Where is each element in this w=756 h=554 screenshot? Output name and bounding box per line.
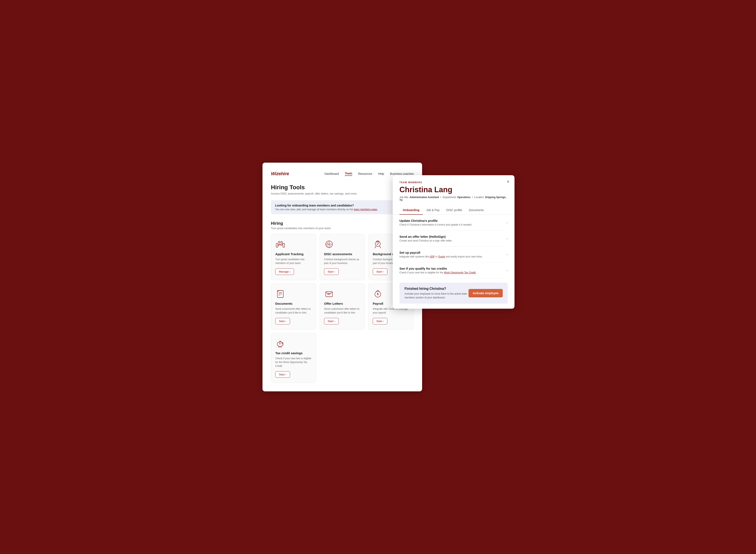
nav-dashboard[interactable]: Dashboard [324,172,339,175]
section-title: Hiring [271,221,414,226]
activate-employee-button[interactable]: Activate employee [468,289,503,297]
modal-body: Update Christina's profile Check if Chri… [393,215,514,309]
finished-box-desc: Activate your employee to move them to t… [404,292,468,299]
card-offer-letters-title: Offer Letters [324,302,361,305]
tab-job-pay[interactable]: Job & Pay [423,206,443,215]
card-documents-btn[interactable]: Start › [275,318,290,324]
page-subtitle: Access DISC assessments, payroll, offer … [271,192,414,195]
modal-header: × TEAM MEMBERS Christina Lang Job title:… [393,175,514,202]
card-tax-btn[interactable]: Start › [275,371,290,378]
btn-arrow-icon: › [334,320,335,323]
nav-resources[interactable]: Resources [358,172,372,175]
card-payroll-btn[interactable]: Start › [373,318,388,324]
item-chevron-icon: › [507,236,508,241]
onboarding-item-profile[interactable]: Update Christina's profile Check if Chri… [399,215,508,231]
svg-line-25 [281,346,282,347]
logo: Wizehire [271,171,289,176]
svg-text:$: $ [377,292,379,296]
tab-onboarding[interactable]: Onboarding [399,206,423,215]
svg-point-2 [278,241,280,243]
svg-text:C: C [330,245,331,246]
finished-hiring-box: Finished hiring Christina? Activate your… [399,283,508,303]
card-disc: D I S C DISC assessments Conduct backgro… [320,234,365,280]
card-tax-credit: $ Tax credit savings Check if your new h… [271,333,316,383]
cards-row-2: Documents Send customized offer letters … [271,283,414,330]
card-applicant-tracking-btn[interactable]: Manage › [275,268,294,275]
card-disc-desc: Conduct background checks as part of you… [324,258,361,265]
modal-employee-name: Christina Lang [399,185,508,194]
card-documents: Documents Send customized offer letters … [271,283,316,330]
btn-arrow-icon: › [290,270,291,273]
svg-rect-13 [278,290,283,297]
svg-text:$: $ [279,342,281,345]
card-offer-letters: Offer Letters Send customized offer lett… [320,283,365,330]
svg-rect-0 [276,243,278,247]
cards-row-1: Applicant Tracking Turn great candidates… [271,234,414,280]
tab-documents[interactable]: Documents [465,206,487,215]
btn-arrow-icon: › [286,320,286,323]
nav-team[interactable]: Team [345,172,352,176]
card-background-btn[interactable]: Start › [373,268,388,275]
team-member-modal: × TEAM MEMBERS Christina Lang Job title:… [393,175,514,309]
banner-link[interactable]: team members page. [354,208,377,211]
adp-link[interactable]: ADP [430,255,435,258]
card-offer-letters-btn[interactable]: Start › [324,318,339,324]
section-subtitle: Turn great candidates into members of yo… [271,227,414,230]
svg-line-24 [278,346,279,347]
letter-icon [324,289,334,299]
card-disc-title: DISC assessments [324,252,361,256]
piggy-icon: $ [275,338,286,348]
btn-arrow-icon: › [383,270,384,273]
modal-label: TEAM MEMBERS [399,181,508,184]
onboarding-item-payroll[interactable]: Set up payroll Integrate with systems li… [399,246,508,263]
tab-disc-profile[interactable]: DISC profile [443,206,465,215]
banner-body: You can now view, add, and manage all te… [275,208,378,211]
modal-tabs: Onboarding Job & Pay DISC profile Docume… [393,206,514,215]
nav: Wizehire Dashboard Team Resources Help B… [271,171,414,176]
card-applicant-tracking-title: Applicant Tracking [275,252,312,256]
card-documents-desc: Send customized offer letters to candida… [275,307,312,315]
svg-text:S: S [327,245,328,246]
svg-text:D: D [327,242,328,244]
card-offer-letters-desc: Send customized offer letters to candida… [324,307,361,315]
svg-text:I: I [330,242,330,244]
svg-point-3 [281,241,283,243]
modal-meta: Job title: Administrative Assistant • De… [399,196,508,202]
onboarding-item-tax[interactable]: See if you qualify for tax credits Check… [399,263,508,278]
info-banner[interactable]: Looking for onboarding team members and … [271,200,414,214]
svg-rect-1 [283,243,285,247]
modal-close-button[interactable]: × [507,179,509,184]
card-tax-desc: Check if your new hire is eligible for t… [275,356,312,368]
card-documents-title: Documents [275,302,312,305]
badge-icon [373,239,383,249]
cards-row-3: $ Tax credit savings Check if your new h… [271,333,414,383]
card-tax-title: Tax credit savings [275,351,312,355]
btn-arrow-icon: › [334,270,335,273]
payroll-icon: $ [373,289,383,299]
tax-credit-link[interactable]: Work Opportunity Tax Credit. [444,271,476,274]
finished-box-title: Finished hiring Christina? [404,287,468,291]
card-disc-btn[interactable]: Start › [324,268,339,275]
banner-heading: Looking for onboarding team members and … [275,204,354,207]
handshake-icon [275,239,286,249]
onboarding-item-offer-letter[interactable]: Send an offer letter (HelloSign) Create … [399,231,508,246]
nav-business-coaches[interactable]: Business coaches [390,172,414,175]
card-applicant-tracking: Applicant Tracking Turn great candidates… [271,234,316,280]
gusto-link[interactable]: Gusto [438,255,445,258]
card-applicant-tracking-desc: Turn great candidates into members of yo… [275,258,312,265]
item-chevron-icon: › [507,268,508,273]
disc-icon: D I S C [324,239,334,249]
document-icon [275,289,286,299]
item-chevron-icon: › [507,220,508,225]
nav-help[interactable]: Help [378,172,384,175]
btn-arrow-icon: › [383,320,384,323]
page-title: Hiring Tools [271,184,414,191]
btn-arrow-icon: › [286,373,286,376]
item-chevron-icon: › [507,252,508,257]
